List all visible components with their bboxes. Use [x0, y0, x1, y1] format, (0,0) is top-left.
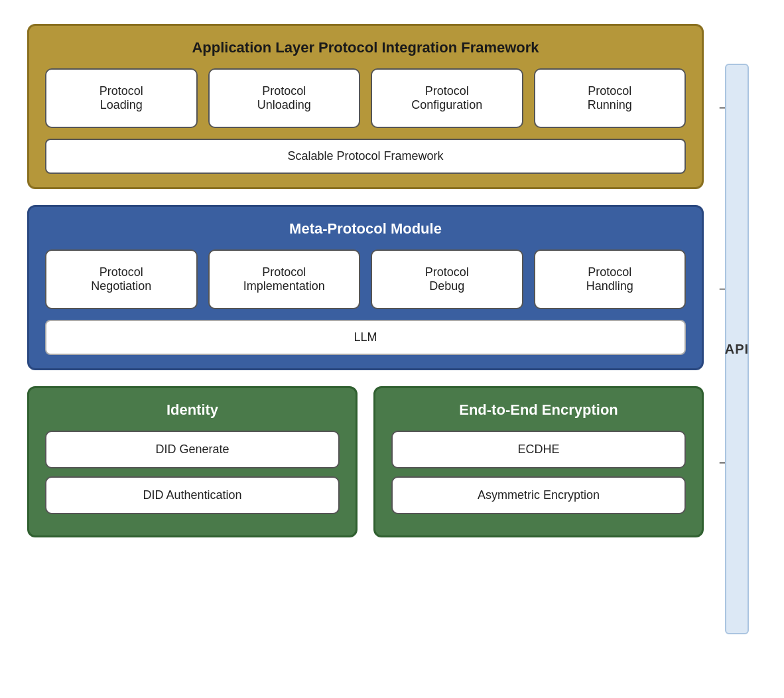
encryption-title: End-to-End Encryption — [391, 401, 686, 419]
identity-title: Identity — [45, 401, 340, 419]
identity-layer: Identity DID Generate DID Authentication — [27, 386, 358, 537]
bottom-row: Identity DID Generate DID Authentication… — [27, 386, 704, 537]
meta-layer: Meta-Protocol Module Protocol Negotiatio… — [27, 205, 704, 370]
meta-protocol-boxes: Protocol Negotiation Protocol Implementa… — [45, 249, 686, 309]
app-protocol-boxes: Protocol Loading Protocol Unloading Prot… — [45, 68, 686, 128]
api-label: API — [725, 342, 749, 357]
scalable-protocol-bar: Scalable Protocol Framework — [45, 139, 686, 174]
did-authentication-box: DID Authentication — [45, 476, 340, 514]
api-sidebar: API — [717, 24, 757, 674]
asymmetric-encryption-box: Asymmetric Encryption — [391, 476, 686, 514]
did-generate-box: DID Generate — [45, 431, 340, 468]
protocol-configuration-box: Protocol Configuration — [371, 68, 523, 128]
protocol-handling-box: Protocol Handling — [534, 249, 686, 309]
api-bar: API — [725, 64, 749, 634]
meta-layer-title: Meta-Protocol Module — [45, 220, 686, 238]
protocol-loading-box: Protocol Loading — [45, 68, 198, 128]
app-layer-title: Application Layer Protocol Integration F… — [45, 39, 686, 56]
protocol-implementation-box: Protocol Implementation — [208, 249, 361, 309]
app-layer: Application Layer Protocol Integration F… — [27, 24, 704, 189]
protocol-debug-box: Protocol Debug — [371, 249, 523, 309]
protocol-running-box: Protocol Running — [534, 68, 686, 128]
protocol-unloading-box: Protocol Unloading — [208, 68, 361, 128]
llm-bar: LLM — [45, 320, 686, 355]
encryption-layer: End-to-End Encryption ECDHE Asymmetric E… — [373, 386, 704, 537]
main-container: Application Layer Protocol Integration F… — [27, 24, 757, 674]
ecdhe-box: ECDHE — [391, 431, 686, 468]
protocol-negotiation-box: Protocol Negotiation — [45, 249, 198, 309]
